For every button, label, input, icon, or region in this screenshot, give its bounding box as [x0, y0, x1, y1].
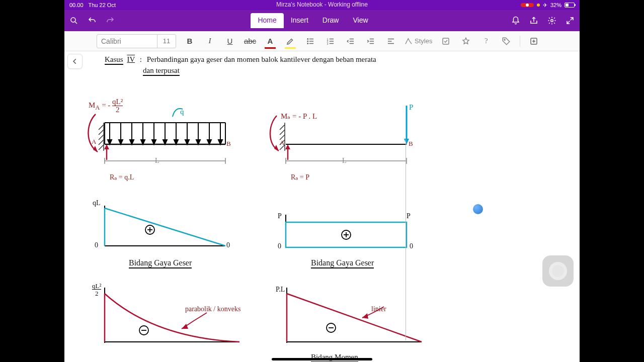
kasus-label: Kasus — [105, 55, 123, 65]
moment-left-diagram — [94, 283, 245, 348]
svg-marker-77 — [285, 144, 290, 149]
P-right: P — [407, 212, 411, 220]
parabolik-label: parabolik / konveks — [185, 305, 240, 313]
bullet-list-button[interactable] — [304, 35, 317, 48]
undo-icon[interactable] — [88, 16, 97, 25]
svg-line-28 — [99, 125, 104, 130]
bm-right: Bidang Momen — [311, 353, 358, 362]
B-right: B — [409, 140, 413, 148]
svg-line-83 — [105, 208, 225, 246]
svg-rect-24 — [443, 38, 449, 44]
svg-line-29 — [99, 130, 104, 135]
zero-L1: 0 — [95, 241, 98, 249]
battery-percent: 32% — [550, 2, 561, 8]
zero-R2: 0 — [410, 242, 413, 250]
tab-home[interactable]: Home — [251, 13, 283, 28]
assistive-touch-button[interactable] — [542, 255, 574, 287]
outdent-button[interactable] — [344, 35, 357, 48]
svg-line-30 — [99, 135, 104, 140]
svg-text:3: 3 — [327, 42, 329, 45]
RA-left: Rₐ = q.L — [110, 173, 134, 182]
location-dot-icon — [537, 4, 540, 7]
linier-label: linier — [371, 305, 386, 313]
bell-icon[interactable] — [511, 16, 520, 25]
app-header: Home Insert Draw View — [64, 10, 580, 31]
highlight-button[interactable] — [284, 35, 297, 48]
zero-R1: 0 — [278, 242, 281, 250]
pen-cursor-icon — [473, 204, 483, 214]
styles-button[interactable]: Styles — [405, 35, 432, 48]
svg-line-68 — [280, 130, 285, 135]
ribbon-toolbar: Calibri 11 B I U abc A 123 Styles ? — [64, 31, 580, 51]
svg-point-2 — [551, 20, 553, 22]
font-color-button[interactable]: A — [264, 35, 277, 48]
svg-marker-39 — [119, 140, 123, 144]
RA-right: Rₐ = P — [291, 173, 309, 182]
svg-marker-45 — [152, 140, 156, 144]
L-right: L — [342, 157, 347, 165]
title-line2: dan terpusat — [143, 66, 180, 76]
battery-icon — [565, 3, 575, 8]
svg-point-25 — [504, 39, 505, 40]
ribbon-divider — [520, 36, 520, 47]
qL2-label: qL²2 — [92, 283, 101, 298]
underline-button[interactable]: U — [223, 35, 236, 48]
home-indicator[interactable] — [272, 358, 372, 360]
MA-right-label: Mₐ = - P . L — [281, 112, 317, 121]
svg-marker-43 — [141, 140, 145, 144]
tab-bar: Home Insert Draw View — [115, 13, 511, 28]
guide-line — [406, 139, 406, 340]
tab-insert[interactable]: Insert — [284, 13, 315, 28]
svg-line-102 — [287, 294, 422, 342]
italic-button[interactable]: I — [203, 35, 216, 48]
shear-right-diagram — [276, 207, 417, 255]
star-button[interactable] — [459, 35, 472, 48]
strikethrough-button[interactable]: abc — [244, 35, 257, 48]
status-date: Thu 22 Oct — [89, 2, 116, 8]
question-button[interactable]: ? — [479, 35, 493, 48]
font-size[interactable]: 11 — [157, 37, 176, 45]
share-icon[interactable] — [529, 16, 538, 25]
align-button[interactable] — [384, 35, 397, 48]
svg-line-1 — [75, 22, 77, 24]
font-selector[interactable]: Calibri 11 — [97, 34, 176, 48]
tab-view[interactable]: View — [346, 13, 375, 28]
settings-icon[interactable] — [547, 16, 556, 25]
todo-button[interactable] — [439, 35, 452, 48]
numbered-list-button[interactable]: 123 — [324, 35, 337, 48]
svg-point-4 — [307, 41, 308, 42]
screen-record-pill[interactable] — [521, 3, 534, 7]
ipad-status-bar: 00.00 Thu 22 Oct . ✈ 32% — [64, 0, 580, 10]
bgg-right: Bidang Gaya Geser — [311, 258, 374, 268]
svg-marker-53 — [196, 140, 200, 144]
q-label: q — [180, 108, 184, 116]
svg-point-3 — [307, 38, 308, 39]
insert-object-button[interactable] — [527, 35, 540, 48]
A-left: A — [92, 138, 96, 146]
collapse-icon[interactable] — [566, 16, 575, 25]
tab-draw[interactable]: Draw — [315, 13, 346, 28]
P-left: P — [278, 212, 282, 220]
redo-icon[interactable] — [106, 16, 115, 25]
qL-label: qL — [93, 199, 101, 207]
status-time: 00.00 — [69, 2, 84, 8]
tag-button[interactable] — [500, 35, 513, 48]
airplane-mode-icon: ✈ — [543, 2, 547, 9]
svg-marker-55 — [207, 140, 211, 144]
back-button[interactable] — [67, 54, 83, 69]
search-icon[interactable] — [69, 16, 78, 25]
bold-button[interactable]: B — [183, 35, 196, 48]
kasus-colon: : — [140, 55, 142, 63]
svg-marker-49 — [174, 140, 178, 144]
PL-label: P.L — [276, 286, 285, 294]
indent-button[interactable] — [364, 35, 377, 48]
title-line1: Perbandingan gaya geser dan momen balok … — [147, 55, 376, 63]
kasus-num: IV — [127, 55, 135, 63]
font-name[interactable]: Calibri — [97, 35, 157, 48]
svg-point-0 — [71, 18, 75, 22]
MA-left-label: MA = - qL²2 — [89, 98, 123, 114]
zero-L2: 0 — [226, 241, 230, 249]
svg-marker-106 — [362, 313, 368, 319]
note-canvas[interactable]: Kasus IV : Perbandingan gaya geser dan m… — [64, 51, 580, 362]
A-right: A — [280, 139, 284, 147]
